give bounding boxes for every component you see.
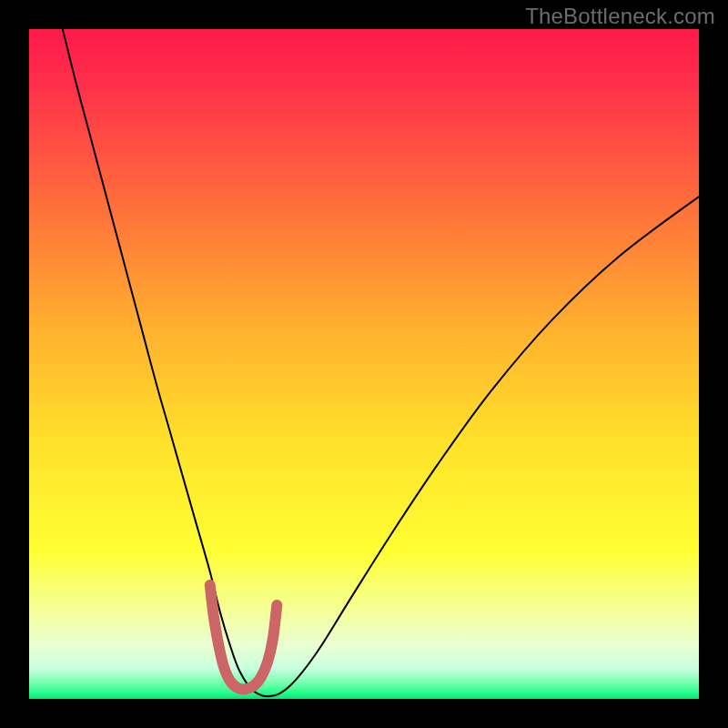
series-sweet-spot-marker [210,585,278,690]
watermark-text: TheBottleneck.com [525,4,715,29]
chart-frame: TheBottleneck.com [0,0,728,728]
series-bottleneck-curve [63,29,699,696]
plot-area [29,29,699,699]
chart-curves [29,29,699,699]
